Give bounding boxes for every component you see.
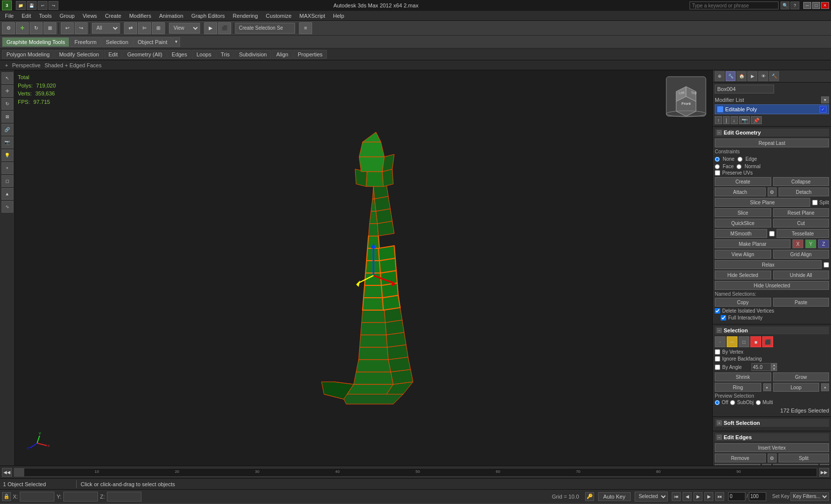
remove-settings[interactable]: ⚙ (768, 454, 777, 462)
next-frame-btn[interactable]: ▶ (704, 492, 713, 501)
loop-btn[interactable]: Loop (773, 383, 820, 392)
viewport-plus[interactable]: + (3, 62, 10, 68)
menu-customize[interactable]: Customize (262, 12, 295, 20)
menu-modifiers[interactable]: Modifiers (125, 12, 155, 20)
rp-modify-icon[interactable]: 🔧 (726, 71, 736, 81)
timeline-end-btn[interactable]: ▶▶ (819, 468, 829, 477)
soft-selection-toggle[interactable]: + (717, 420, 722, 425)
lt-light[interactable]: 💡 (1, 149, 13, 161)
modifier-list-expand[interactable]: ▼ (821, 96, 829, 103)
ribbon-geometry-all[interactable]: Geometry (All) (123, 50, 167, 59)
selection-header[interactable]: − Selection (715, 326, 829, 334)
selection-tab-btn[interactable]: Selection (101, 37, 133, 47)
loop-spinner-up[interactable]: ▲ (821, 383, 829, 391)
y-input[interactable] (63, 492, 98, 502)
element-icon[interactable]: ⬛ (762, 336, 773, 347)
tessellate-btn[interactable]: Tessellate (777, 229, 829, 238)
edit-edges-toggle[interactable]: − (717, 435, 722, 440)
menu-group[interactable]: Group (55, 12, 79, 20)
snap-btn[interactable]: ⊞ (152, 22, 165, 34)
ribbon-properties[interactable]: Properties (293, 50, 327, 59)
menu-file[interactable]: File (1, 12, 18, 20)
ribbon-modify-sel[interactable]: Modify Selection (54, 50, 103, 59)
viewport[interactable]: Total Polys: 719,020 Verts: 359,636 FPS:… (15, 70, 712, 465)
ribbon-edit[interactable]: Edit (104, 50, 122, 59)
help-btn[interactable]: ? (790, 1, 799, 9)
toolbar-icon3[interactable]: ↩ (38, 1, 47, 10)
x-btn[interactable]: X (792, 239, 803, 248)
ribbon-loops[interactable]: Loops (192, 50, 216, 59)
select-mode-dropdown[interactable]: All Layer (92, 23, 120, 34)
graphite-btn[interactable]: Graphite Modeling Tools (2, 37, 69, 47)
select-tool[interactable]: ⚙ (2, 22, 15, 34)
edit-geometry-header[interactable]: − Edit Geometry (715, 129, 829, 137)
ribbon-edges[interactable]: Edges (167, 50, 191, 59)
angle-up-btn[interactable]: ▲ (771, 363, 777, 367)
preview-subobj-radio[interactable] (730, 400, 735, 405)
x-input[interactable] (20, 492, 54, 502)
create-selection-btn[interactable]: Create Selection Se (235, 23, 295, 34)
unhide-all-btn[interactable]: Unhide All (773, 271, 830, 279)
lt-camera[interactable]: 📷 (1, 137, 13, 148)
lt-geometry[interactable]: ▲ (1, 188, 13, 200)
frame-total[interactable] (749, 492, 766, 501)
shrink-btn[interactable]: Shrink (715, 372, 771, 381)
menu-tools[interactable]: Tools (35, 12, 56, 20)
menu-maxscript[interactable]: MAXScript (295, 12, 329, 20)
lt-scale[interactable]: ⊠ (1, 111, 13, 123)
freeform-btn[interactable]: Freeform (70, 37, 101, 47)
lt-spline[interactable]: ∿ (1, 201, 13, 213)
key-icon[interactable]: 🔑 (585, 492, 594, 501)
viewport-shading[interactable]: Shaded + Edged Faces (43, 62, 103, 68)
polygon-icon[interactable]: ■ (750, 336, 761, 347)
maximize-btn[interactable]: □ (812, 2, 820, 9)
y-btn[interactable]: Y (805, 239, 816, 248)
lt-select[interactable]: ↖ (1, 72, 13, 84)
rp-create-icon[interactable]: ⊕ (715, 71, 725, 81)
rp-display-icon[interactable]: 👁 (758, 71, 768, 81)
menu-rendering[interactable]: Rendering (229, 12, 262, 20)
object-name-input[interactable]: Box004 (715, 85, 774, 93)
grow-btn[interactable]: Grow (773, 372, 830, 381)
rp-motion-icon[interactable]: ▶ (747, 71, 757, 81)
rotate-tool[interactable]: ↻ (30, 22, 43, 34)
menu-animation[interactable]: Animation (155, 12, 187, 20)
hide-unselected-btn[interactable]: Hide Unselected (715, 281, 829, 290)
selected-dropdown[interactable]: Selected (635, 492, 668, 502)
search-input[interactable] (690, 1, 779, 9)
auto-key-btn[interactable]: Auto Key (598, 492, 631, 501)
slice-btn[interactable]: Slice (715, 208, 771, 217)
menu-edit[interactable]: Edit (18, 12, 35, 20)
render-setup-btn[interactable]: ▶ (204, 22, 217, 34)
grid-align-btn[interactable]: Grid Align (773, 250, 830, 259)
weld-settings[interactable]: ⚙ (820, 464, 829, 465)
slice-plane-btn[interactable]: Slice Plane (715, 198, 810, 207)
z-input[interactable] (107, 492, 141, 502)
ignore-backfacing-check[interactable] (715, 356, 720, 362)
edit-edges-header[interactable]: − Edit Edges (715, 433, 829, 441)
full-interactivity-check[interactable] (721, 315, 726, 321)
ribbon-subdivision[interactable]: Subdivision (234, 50, 271, 59)
lt-shapes[interactable]: ◻ (1, 175, 13, 187)
relax-check[interactable] (824, 262, 829, 268)
constraint-none-radio[interactable] (715, 157, 720, 162)
lock-icon[interactable]: 🔒 (2, 492, 11, 501)
3d-scene[interactable] (15, 70, 712, 465)
ribbon-align[interactable]: Align (272, 50, 292, 59)
mod-nav-pin[interactable]: 📌 (751, 116, 762, 124)
ring-btn[interactable]: Ring (715, 383, 761, 392)
split-check[interactable] (812, 200, 818, 205)
align-btn[interactable]: ⊨ (138, 22, 151, 34)
msmooth-check[interactable] (769, 231, 775, 236)
repeat-last-btn[interactable]: Repeat Last (715, 138, 829, 147)
reset-plane-btn[interactable]: Reset Plane (773, 208, 830, 217)
create-btn[interactable]: Create (715, 177, 771, 186)
expand-btn[interactable]: ▼ (172, 37, 180, 47)
minimize-btn[interactable]: ─ (803, 2, 811, 9)
hide-selected-btn[interactable]: Hide Selected (715, 271, 771, 279)
close-btn[interactable]: ✕ (821, 2, 829, 9)
lt-helpers[interactable]: + (1, 162, 13, 174)
z-btn[interactable]: Z (818, 239, 829, 248)
delete-isolated-check[interactable] (715, 308, 720, 314)
mod-nav-down[interactable]: ↓ (731, 116, 738, 124)
